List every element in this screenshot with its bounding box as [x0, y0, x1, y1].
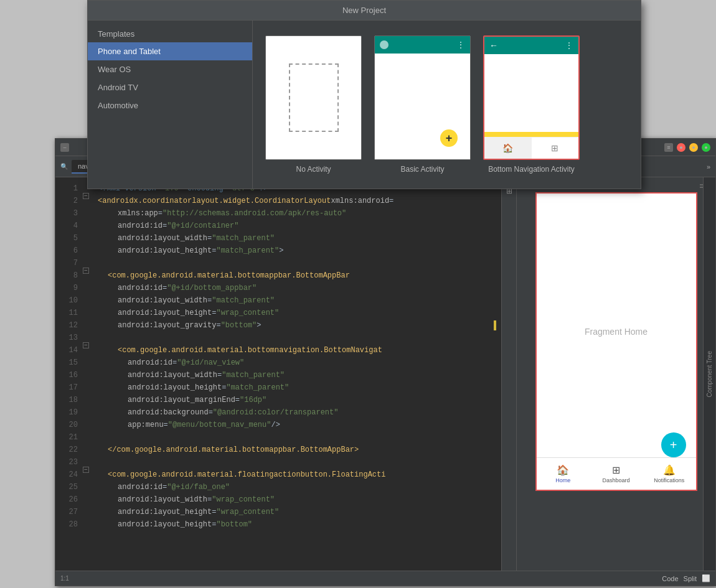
basic-activity-preview: ⋮ +	[374, 35, 471, 160]
code-line-5: android:layout_width="match_parent"	[98, 232, 496, 245]
code-line-4: android:id="@+id/container"	[98, 220, 496, 232]
ide-main-area: 🔍 nav_host_fragment_activity_main × ↩ Cc…	[55, 156, 715, 571]
code-line-15: android:id="@+id/nav_view"	[98, 357, 496, 369]
template-no-activity[interactable]: No Activity	[265, 35, 362, 174]
basic-activity-phone-mock: ⋮ +	[375, 36, 470, 159]
code-line-6: android:layout_height="match_parent">	[98, 245, 496, 257]
preview-right-btns: »	[707, 163, 710, 170]
code-line-17: android:layout_height="match_parent"	[98, 381, 496, 394]
phone-content-area: Fragment Home	[537, 206, 696, 457]
phone-preview-frame: Fragment Home + 🏠 Home ⊞ Dashboard	[535, 192, 697, 491]
nav-dashboard[interactable]: ⊞ Dashboard	[590, 458, 643, 490]
code-line-9: android:id="@+id/bottom_appbar"	[98, 282, 496, 294]
code-area: 12345 678910 1112131415 1617181920 21222…	[55, 177, 501, 571]
code-line-14: <com.google.android.material.bottomnavig…	[98, 344, 496, 357]
fold-24[interactable]: −	[83, 467, 89, 473]
sidebar-item-wear-os[interactable]: Wear OS	[88, 60, 252, 78]
code-line-7	[98, 257, 496, 269]
code-line-10: android:layout_width="match_parent"	[98, 294, 496, 307]
code-line-3: xmlns:app="http://schemas.android.com/ap…	[98, 207, 496, 220]
code-line-19: android:background="@android:color/trans…	[98, 406, 496, 419]
code-line-26: android:layout_width="wrap_content"	[98, 493, 496, 506]
no-activity-preview	[265, 35, 362, 160]
code-line-23	[98, 456, 496, 469]
bn-item-dashboard: ⊞	[532, 138, 579, 159]
code-line-11: android:layout_height="wrap_content"	[98, 307, 496, 319]
no-activity-dashed	[289, 63, 339, 132]
nav-home[interactable]: 🏠 Home	[537, 458, 590, 490]
component-tree-label: Component Tree	[706, 351, 713, 398]
sidebar-item-android-tv[interactable]: Android TV	[88, 78, 252, 96]
more-dots-mock: ⋮	[456, 40, 465, 50]
bn-more-dots: ⋮	[565, 40, 573, 50]
code-line-13	[98, 332, 496, 344]
code-line-12: android:layout_gravity="bottom">	[98, 319, 496, 332]
ide-window: – ≡ ● ● ● 🔍 nav_host_fragment_activity_m…	[55, 138, 716, 586]
ide-minimize-btn[interactable]: –	[60, 143, 69, 152]
template-bottom-nav-activity[interactable]: ← ⋮ 🏠 ⊞	[483, 35, 580, 174]
code-line-25: android:id="@+id/fab_one"	[98, 481, 496, 493]
home-icon: 🏠	[557, 464, 569, 476]
bn-back-icon: ←	[489, 40, 498, 50]
ide-editor: 🔍 nav_host_fragment_activity_main × ↩ Cc…	[55, 156, 501, 571]
bn-yellow-bar	[484, 132, 578, 137]
line-numbers: 12345 678910 1112131415 1617181920 21222…	[55, 177, 80, 571]
dashboard-icon: ⊞	[612, 464, 620, 476]
bottom-nav-phone-mock: ← ⋮ 🏠 ⊞	[484, 37, 578, 159]
ide-minimize-btn2[interactable]: ●	[677, 143, 685, 152]
cursor-pos: 1:1	[60, 575, 69, 582]
bn-content	[484, 54, 578, 137]
code-line-28: android:layout_height="bottom"	[98, 518, 496, 531]
bottom-nav-preview: ← ⋮ 🏠 ⊞	[483, 35, 580, 160]
code-view-btn[interactable]: Code	[662, 575, 678, 582]
bn-bottom-bar: 🏠 ⊞	[484, 137, 578, 159]
code-line-24: <com.google.android.material.floatingact…	[98, 469, 496, 481]
template-basic-activity[interactable]: ⋮ + Basic Activity	[374, 35, 471, 174]
fold-14[interactable]: −	[83, 342, 89, 348]
no-activity-label: No Activity	[296, 165, 331, 174]
sidebar-header: Templates	[88, 26, 252, 42]
code-content[interactable]: <?xml version="1.0" encoding="utf-8"?> <…	[93, 177, 501, 571]
phone-status-bar	[537, 194, 696, 206]
basic-activity-label: Basic Activity	[400, 165, 444, 174]
ide-status-bar: 1:1 Code Split ⬜	[55, 571, 715, 586]
ide-close-btn[interactable]: ●	[702, 143, 710, 152]
code-line-18: android:layout_marginEnd="16dp"	[98, 394, 496, 406]
gutter: − − − −	[80, 177, 93, 571]
code-line-22: </com.google.android.material.bottomappb…	[98, 444, 496, 456]
search-icon: 🔍	[60, 163, 68, 170]
fold-8[interactable]: −	[83, 268, 89, 274]
templates-area: No Activity ⋮ + Basic Activity	[253, 21, 641, 189]
code-line-20: app:menu="@menu/bottom_nav_menu" />	[98, 419, 496, 431]
code-line-21	[98, 431, 496, 444]
ide-bottom-panel-btn[interactable]: ≡	[664, 143, 673, 152]
palette-panel: Palette ⊞	[501, 156, 516, 571]
fab-mock: +	[440, 129, 458, 147]
phone-bottom-nav: 🏠 Home ⊞ Dashboard 🔔 Notifications	[537, 457, 696, 490]
code-line-2: <androidx.coordinatorlayout.widget.Coord…	[98, 195, 496, 207]
preview-more-btn[interactable]: »	[707, 163, 710, 170]
notifications-icon: 🔔	[663, 464, 676, 476]
ide-maximize-btn[interactable]: ●	[689, 143, 698, 152]
bottom-nav-activity-label: Bottom Navigation Activity	[488, 165, 575, 174]
component-tree-panel[interactable]: Component Tree	[703, 177, 715, 571]
fold-2[interactable]: −	[83, 193, 89, 199]
code-line-27: android:layout_height="wrap_content"	[98, 506, 496, 518]
code-line-16: android:layout_width="match_parent"	[98, 369, 496, 381]
design-view-btn[interactable]: ⬜	[702, 574, 710, 582]
bn-top-bar: ← ⋮	[484, 37, 578, 54]
back-icon-mock	[380, 40, 389, 49]
sidebar-item-automotive[interactable]: Automotive	[88, 96, 252, 114]
preview-content: Fragment Home + 🏠 Home ⊞ Dashboard	[517, 177, 715, 571]
new-project-dialog: New Project Templates Phone and Tablet W…	[87, 0, 641, 189]
dialog-sidebar: Templates Phone and Tablet Wear OS Andro…	[88, 21, 253, 189]
nav-notifications[interactable]: 🔔 Notifications	[643, 458, 695, 490]
split-view-btn[interactable]: Split	[684, 575, 697, 582]
code-line-8: <com.google.android.material.bottomappba…	[98, 269, 496, 282]
preview-fab: +	[661, 432, 686, 457]
dialog-title: New Project	[88, 1, 641, 21]
sidebar-item-phone-tablet[interactable]: Phone and Tablet	[88, 42, 252, 60]
phone-top-bar: ⋮	[375, 36, 470, 54]
view-mode-btns: Code Split ⬜	[662, 574, 710, 582]
preview-panel: 📱 Pixel ▾ 31 ▾ » Fragmen	[516, 156, 715, 571]
